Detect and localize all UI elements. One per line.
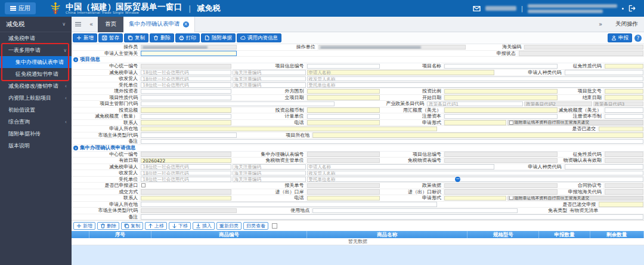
sidebar-item[interactable]: 随附单据补传 — [0, 128, 72, 140]
toolbar-button[interactable]: 新增 — [73, 33, 97, 42]
form-field[interactable] — [444, 64, 558, 69]
checkbox[interactable] — [509, 121, 513, 125]
goods-toolbar-button[interactable]: 下移 — [169, 222, 191, 230]
menu-toggle-icon[interactable] — [72, 17, 85, 32]
form-field[interactable] — [141, 51, 237, 56]
goods-toolbar-button[interactable]: 重新归类 — [216, 222, 242, 230]
form-field[interactable] — [141, 214, 643, 220]
form-field[interactable]: 18位统一社会信用代码 — [141, 70, 231, 75]
toolbar-button[interactable]: 随附单据 — [201, 33, 236, 42]
form-field[interactable]: 18位统一社会信用代码 — [141, 82, 231, 88]
form-field[interactable] — [312, 132, 643, 138]
form-field[interactable] — [141, 120, 231, 125]
form-field[interactable] — [444, 89, 558, 94]
sidebar-item[interactable]: 减免税修改/撤销申请‹ — [0, 80, 72, 92]
mail-icon[interactable] — [473, 5, 481, 13]
form-field[interactable]: 受托单位名称 — [307, 82, 643, 88]
form-field[interactable] — [312, 208, 518, 214]
form-field[interactable] — [141, 139, 643, 144]
close-operations-button[interactable]: 关闭操作 — [615, 20, 638, 28]
goods-toolbar-button[interactable]: 新增 — [73, 222, 95, 230]
form-field[interactable] — [444, 95, 558, 100]
form-field[interactable] — [141, 114, 231, 119]
form-field[interactable] — [307, 89, 380, 94]
goods-select-all-checkbox[interactable] — [272, 223, 277, 229]
form-field[interactable]: 申请人名称 — [307, 164, 495, 170]
form-field[interactable]: 20260422 — [141, 158, 231, 164]
paper-submit-note[interactable]: 随附单证纸本资料自行前往主管海关递交 — [507, 120, 643, 125]
declare-button[interactable]: 申报 — [608, 33, 632, 42]
sidebar-item[interactable]: 综合查询‹ — [0, 116, 72, 128]
form-field[interactable]: 海关注册编码 — [233, 171, 306, 176]
toolbar-button[interactable]: 暂存 — [98, 33, 123, 42]
form-field[interactable]: 18位统一社会信用代码 — [141, 164, 231, 170]
form-field[interactable] — [565, 70, 643, 75]
form-field[interactable]: 海关注册编码 — [233, 76, 306, 82]
form-field[interactable] — [307, 120, 380, 125]
goods-toolbar-button[interactable]: 归类查看 — [243, 222, 268, 230]
sidebar-item[interactable]: 一表多用申请∨ — [0, 44, 72, 56]
toolbar-button[interactable]: 调用内资信息 — [237, 33, 281, 42]
form-field[interactable]: 海关注册编码 — [233, 82, 306, 88]
form-field[interactable] — [307, 64, 380, 69]
form-field[interactable] — [605, 114, 643, 119]
toolbar-button[interactable]: 打印 — [175, 33, 200, 42]
form-field[interactable] — [141, 107, 231, 113]
collapse-icon[interactable]: ∨ — [73, 146, 78, 150]
double-left-icon[interactable]: « — [85, 17, 98, 32]
goods-toolbar-button[interactable]: 上移 — [145, 222, 167, 230]
sidebar-item[interactable]: 版本说明 — [0, 140, 72, 152]
app-menu-button[interactable]: 应用 — [5, 2, 36, 14]
form-field[interactable] — [599, 202, 643, 207]
form-field[interactable]: 18位统一社会信用代码 — [141, 171, 231, 176]
form-field[interactable] — [141, 101, 334, 107]
form-field[interactable]: 海关注册编码 — [233, 164, 306, 170]
logout-icon[interactable] — [628, 5, 636, 12]
form-field[interactable] — [141, 89, 231, 94]
form-field[interactable] — [599, 127, 643, 132]
form-field[interactable] — [307, 95, 380, 100]
goods-toolbar-button[interactable]: 插入 — [193, 222, 215, 230]
form-field[interactable] — [605, 95, 643, 100]
help-icon[interactable]: ? — [634, 35, 642, 42]
tab-home[interactable]: 首页 — [98, 17, 123, 32]
sidebar-item[interactable]: 减免税申请 — [0, 32, 72, 44]
form-field[interactable] — [605, 89, 643, 94]
tab-current[interactable]: 集中办理确认表申请 × — [123, 17, 195, 32]
form-field[interactable]: 海关注册编码 — [233, 70, 306, 75]
sidebar-item[interactable]: 集中办理确认表申请 — [0, 56, 72, 68]
form-field[interactable] — [605, 107, 643, 113]
form-field[interactable] — [444, 196, 506, 201]
checkbox[interactable] — [141, 183, 145, 187]
form-field[interactable] — [444, 107, 558, 113]
form-field[interactable] — [307, 114, 380, 119]
form-field[interactable] — [307, 107, 380, 113]
form-field[interactable]: 18位统一社会信用代码 — [141, 177, 231, 182]
form-field[interactable]: 受托单位名称 — [307, 177, 643, 182]
form-field[interactable] — [307, 196, 380, 201]
form-field[interactable] — [141, 127, 437, 132]
remove-row-icon[interactable]: − — [455, 177, 460, 182]
sidebar-item[interactable]: 征免税通知书申请 — [0, 68, 72, 80]
form-field[interactable]: 收发货人名称 — [307, 76, 643, 82]
sidebar-header[interactable]: 减免税 ∨ — [0, 17, 72, 32]
toolbar-button[interactable]: 删除 — [150, 33, 174, 42]
form-field[interactable] — [141, 196, 231, 201]
form-field[interactable]: 申请人名称 — [307, 70, 495, 75]
toolbar-button[interactable]: 复制 — [124, 33, 148, 42]
form-field[interactable] — [605, 64, 643, 69]
sidebar-item[interactable]: 内资限上鼓励项目‹ — [0, 92, 72, 104]
form-field[interactable] — [141, 132, 237, 138]
form-field[interactable]: 18位统一社会信用代码 — [141, 76, 231, 82]
sidebar-item[interactable]: 初始值设置 — [0, 104, 72, 116]
form-field[interactable]: 海关注册编码 — [233, 177, 306, 182]
form-field[interactable] — [565, 164, 643, 170]
collapse-icon[interactable]: ∨ — [73, 57, 78, 62]
goods-toolbar-button[interactable]: 复制 — [121, 222, 143, 230]
form-field[interactable] — [444, 114, 558, 119]
checkbox[interactable] — [509, 196, 513, 200]
tab-close-icon[interactable]: × — [183, 21, 189, 27]
paper-submit-note[interactable]: 随附单证纸本资料自行前往主管海关递交 — [507, 196, 643, 201]
form-field[interactable]: 政策条目代码1 — [427, 101, 523, 107]
form-field[interactable] — [141, 202, 437, 207]
